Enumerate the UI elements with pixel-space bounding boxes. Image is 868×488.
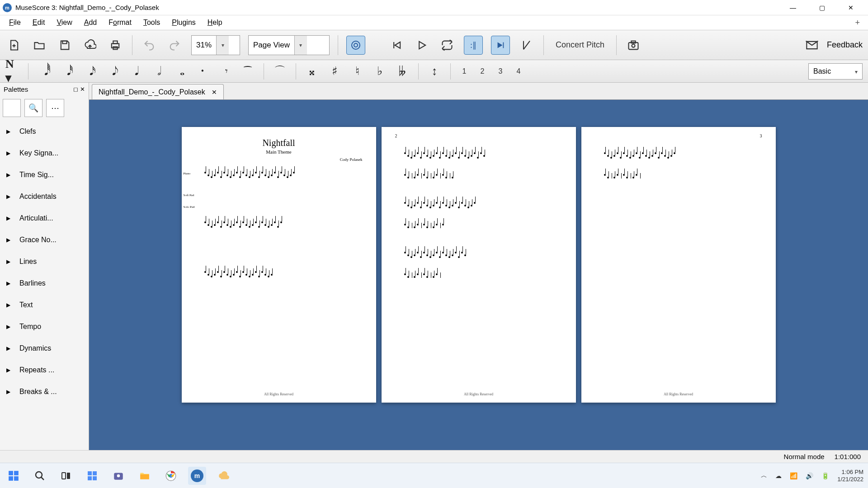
score-page-1: Nightfall Main Theme Cody Polasek Piano … <box>182 127 376 403</box>
musescore-taskbar-icon[interactable]: m <box>188 467 206 485</box>
palette-add-button[interactable] <box>3 99 21 117</box>
feedback-button[interactable]: Feedback <box>827 40 863 50</box>
document-tab[interactable]: Nightfall_Demo_-_Cody_Polasek ✕ <box>92 84 224 99</box>
system-clock[interactable]: 1:06 PM 1/21/2022 <box>837 469 863 483</box>
menu-help[interactable]: Help <box>204 17 226 28</box>
palette-item-articulations[interactable]: ▶Articulati... <box>0 207 89 229</box>
palette-item-tempo[interactable]: ▶Tempo <box>0 316 89 338</box>
palette-item-time-signatures[interactable]: ▶Time Sig... <box>0 164 89 186</box>
menu-format[interactable]: Format <box>105 17 135 28</box>
palette-item-breaks[interactable]: ▶Breaks & ... <box>0 381 89 403</box>
note-dot[interactable]: • <box>196 63 209 80</box>
file-explorer-icon[interactable] <box>136 467 154 485</box>
palette-item-lines[interactable]: ▶Lines <box>0 251 89 272</box>
close-tab-icon[interactable]: ✕ <box>212 89 217 96</box>
palette-item-repeats[interactable]: ▶Repeats ... <box>0 359 89 381</box>
flip-button[interactable]: ↕ <box>428 63 441 80</box>
minimize-button[interactable]: — <box>784 1 802 14</box>
onedrive-icon[interactable] <box>214 467 232 485</box>
maximize-button[interactable]: ▢ <box>813 1 831 14</box>
palette-item-grace-notes[interactable]: ▶Grace No... <box>0 229 89 251</box>
svg-point-8 <box>632 44 635 47</box>
note-half[interactable]: 𝅗𝅥 <box>151 63 164 80</box>
tray-battery-icon[interactable]: 🔋 <box>821 472 829 479</box>
title-bar: m MuseScore 3: Nightfall_Demo_-_Cody_Pol… <box>0 0 868 15</box>
menu-add[interactable]: Add <box>80 17 100 28</box>
new-file-button[interactable] <box>5 37 23 54</box>
rest-button[interactable]: 𝄾 <box>218 63 232 80</box>
natural[interactable]: ♮ <box>350 63 364 80</box>
menu-plugins[interactable]: Plugins <box>168 17 199 28</box>
workspace-select[interactable]: Basic <box>808 63 863 80</box>
open-file-button[interactable] <box>31 37 48 54</box>
tray-volume-icon[interactable]: 🔊 <box>806 472 813 479</box>
palette-item-dynamics[interactable]: ▶Dynamics <box>0 338 89 359</box>
metronome-toggle[interactable] <box>346 36 365 55</box>
sharp[interactable]: ♯ <box>328 63 341 80</box>
note-quarter[interactable]: 𝅘𝅥 <box>128 63 142 80</box>
note-64th[interactable]: 𝅘𝅥𝅱 <box>38 63 51 80</box>
note-8th[interactable]: 𝅘𝅥𝅮 <box>105 63 119 80</box>
undock-icon[interactable]: ◻ <box>73 86 78 93</box>
document-tab-label: Nightfall_Demo_-_Cody_Polasek <box>99 88 205 96</box>
tray-wifi-icon[interactable]: 📶 <box>790 472 797 479</box>
svg-rect-12 <box>9 476 13 481</box>
tie-button[interactable]: ⁀ <box>241 63 255 80</box>
flat[interactable]: ♭ <box>373 63 387 80</box>
dropdown-icon <box>855 67 858 75</box>
concert-pitch-toggle[interactable]: Concert Pitch <box>552 40 608 50</box>
loop-in-toggle[interactable]: :∥ <box>464 36 483 55</box>
menu-edit[interactable]: Edit <box>29 17 49 28</box>
rewind-button[interactable] <box>388 37 405 54</box>
note-whole[interactable]: 𝅝 <box>173 63 187 80</box>
double-sharp[interactable]: 𝄪 <box>305 63 319 80</box>
teams-icon[interactable] <box>109 467 127 485</box>
start-button[interactable] <box>5 467 23 485</box>
image-capture-button[interactable] <box>625 37 642 54</box>
add-tab-button[interactable]: + <box>850 18 864 28</box>
count-in-button[interactable] <box>518 37 535 54</box>
palette-item-barlines[interactable]: ▶Barlines <box>0 272 89 294</box>
voice-4[interactable]: 4 <box>514 67 523 75</box>
view-mode-select[interactable]: Page View <box>248 35 330 55</box>
zoom-value: 31% <box>196 41 212 50</box>
palette-item-accidentals[interactable]: ▶Accidentals <box>0 186 89 207</box>
chrome-icon[interactable] <box>162 467 180 485</box>
save-button[interactable] <box>56 37 73 54</box>
palette-item-clefs[interactable]: ▶Clefs <box>0 121 89 142</box>
zoom-select[interactable]: 31% <box>191 35 240 55</box>
menu-tools[interactable]: Tools <box>140 17 164 28</box>
note-16th[interactable]: 𝅘𝅥𝅯 <box>83 63 96 80</box>
tray-chevron-icon[interactable]: ︿ <box>761 472 767 480</box>
palette-more-button[interactable]: ⋯ <box>46 99 64 117</box>
close-button[interactable]: ✕ <box>842 1 860 14</box>
undo-button[interactable] <box>141 37 158 54</box>
svg-rect-17 <box>88 471 92 475</box>
menu-bar: File Edit View Add Format Tools Plugins … <box>0 15 868 30</box>
redo-button[interactable] <box>166 37 183 54</box>
staff-label: Soft Pad <box>184 193 194 197</box>
palette-item-text[interactable]: ▶Text <box>0 294 89 316</box>
menu-view[interactable]: View <box>53 17 75 28</box>
palette-item-key-signatures[interactable]: ▶Key Signa... <box>0 142 89 164</box>
loop-button[interactable] <box>439 37 456 54</box>
tray-onedrive-icon[interactable]: ☁ <box>775 472 782 479</box>
task-view-icon[interactable] <box>57 467 75 485</box>
note-input-mode-button[interactable]: N ▾ <box>5 63 19 80</box>
play-button[interactable] <box>413 37 430 54</box>
note-32nd[interactable]: 𝅘𝅥𝅰 <box>60 63 74 80</box>
slur-button[interactable]: ⌒ <box>273 63 287 80</box>
voice-1[interactable]: 1 <box>460 67 469 75</box>
score-canvas[interactable]: Nightfall Main Theme Cody Polasek Piano … <box>89 100 868 450</box>
print-button[interactable] <box>107 37 124 54</box>
voice-3[interactable]: 3 <box>496 67 505 75</box>
voice-2[interactable]: 2 <box>478 67 487 75</box>
palette-search-button[interactable]: 🔍 <box>24 99 42 117</box>
double-flat[interactable]: 𝄫 <box>396 63 409 80</box>
loop-out-toggle[interactable] <box>491 36 510 55</box>
save-online-button[interactable] <box>81 37 99 54</box>
search-icon[interactable] <box>31 467 49 485</box>
menu-file[interactable]: File <box>5 17 24 28</box>
close-panel-icon[interactable]: ✕ <box>80 86 85 93</box>
widgets-icon[interactable] <box>83 467 101 485</box>
